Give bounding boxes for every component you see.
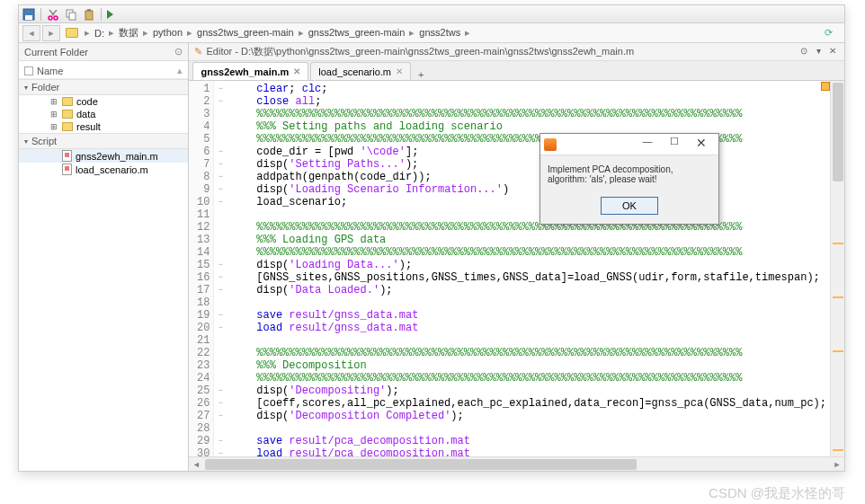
svg-rect-6 [85, 11, 93, 20]
dialog-max-button[interactable]: ☐ [661, 136, 688, 154]
editor-tabs: gnss2ewh_main.m✕load_scenario.m✕ + [189, 61, 844, 81]
svg-rect-5 [69, 13, 76, 20]
new-tab-button[interactable]: + [413, 69, 429, 80]
refresh-icon[interactable]: ⟳ [825, 27, 841, 39]
folder-item[interactable]: ⊞data [19, 108, 188, 120]
code-editor[interactable]: 1234567891011121314151617181920212223242… [189, 81, 844, 456]
crumb[interactable]: gnss2tws_green-main [195, 27, 296, 38]
cut-icon[interactable] [47, 8, 59, 21]
script-item[interactable]: gnss2ewh_main.m [19, 149, 188, 163]
folder-icon [62, 110, 73, 119]
line-gutter: 1234567891011121314151617181920212223242… [189, 81, 214, 456]
horizontal-scrollbar[interactable]: ◄► [189, 456, 844, 471]
dialog-close-button[interactable]: ✕ [688, 136, 715, 154]
current-folder-title: Current Folder ⊙ [19, 43, 188, 61]
svg-point-3 [54, 16, 58, 20]
folder-icon [62, 97, 73, 106]
editor-tab[interactable]: gnss2ewh_main.m✕ [192, 62, 308, 80]
crumb[interactable]: gnss2tws_green-main [307, 27, 407, 38]
save-icon[interactable] [22, 8, 35, 21]
crumb-drive[interactable]: D: [93, 28, 106, 39]
paste-icon[interactable] [83, 8, 95, 21]
panel-close-icon[interactable]: ✕ [826, 46, 839, 58]
panel-menu-icon[interactable]: ⊙ [174, 46, 183, 57]
editor-tab[interactable]: load_scenario.m✕ [310, 62, 411, 80]
svg-rect-1 [25, 15, 32, 20]
folder-item[interactable]: ⊞code [19, 95, 188, 108]
mfile-icon [62, 164, 72, 175]
svg-rect-7 [87, 9, 91, 12]
dialog-ok-button[interactable]: OK [601, 197, 658, 215]
app-window: ◄ ► ▸ D: ▸数据▸python▸gnss2tws_green-main▸… [18, 4, 845, 472]
folder-tree: Name▴ ▾Folder ⊞code⊞data⊞result ▾Script … [19, 61, 188, 471]
panel-gear-icon[interactable]: ⊙ [798, 46, 810, 58]
dialog-titlebar[interactable]: — ☐ ✕ [540, 134, 718, 155]
nav-fwd-button[interactable]: ► [42, 25, 60, 41]
vertical-scrollbar[interactable] [830, 81, 844, 456]
dialog-message: Implement PCA decomposition, algorithm: … [540, 155, 718, 193]
editor-titlebar: ✎ Editor - D:\数据\python\gnss2tws_green-m… [189, 43, 844, 61]
copy-icon[interactable] [65, 8, 77, 21]
tab-close-icon[interactable]: ✕ [293, 66, 300, 76]
tab-close-icon[interactable]: ✕ [396, 66, 403, 76]
editor-icon: ✎ [194, 46, 202, 57]
folder-item[interactable]: ⊞result [19, 120, 188, 133]
code-text[interactable]: clear; clc; close all; %%%%%%%%%%%%%%%%%… [227, 81, 830, 456]
run-icon[interactable] [107, 10, 113, 19]
fold-gutter[interactable]: −− −−−−− −−− −− −−− −− −− [214, 81, 227, 456]
crumb[interactable]: python [151, 27, 184, 38]
editor-panel: ✎ Editor - D:\数据\python\gnss2tws_green-m… [189, 43, 844, 471]
crumb[interactable]: 数据 [117, 27, 140, 38]
matlab-icon [544, 138, 557, 151]
name-column-header[interactable]: Name▴ [19, 63, 188, 79]
address-bar: ◄ ► ▸ D: ▸数据▸python▸gnss2tws_green-main▸… [19, 23, 844, 43]
current-folder-panel: Current Folder ⊙ Name▴ ▾Folder ⊞code⊞dat… [19, 43, 189, 471]
nav-back-button[interactable]: ◄ [22, 25, 40, 41]
watermark: CSDN @我是水怪的哥 [709, 485, 845, 502]
quick-access-toolbar [19, 5, 844, 23]
dialog-min-button[interactable]: — [634, 136, 661, 154]
folder-section[interactable]: ▾Folder [19, 79, 188, 95]
script-item[interactable]: load_scenario.m [19, 163, 188, 176]
mfile-icon [62, 150, 72, 162]
svg-point-2 [49, 16, 52, 20]
folder-icon [66, 28, 78, 38]
panel-max-icon[interactable]: ▾ [812, 46, 825, 58]
editor-path: Editor - D:\数据\python\gnss2tws_green-mai… [206, 45, 634, 58]
script-section[interactable]: ▾Script [19, 133, 188, 149]
crumb[interactable]: gnss2tws [417, 27, 462, 38]
code-analyzer-indicator[interactable] [821, 82, 830, 91]
scrollbar-thumb[interactable] [833, 83, 843, 181]
message-dialog: — ☐ ✕ Implement PCA decomposition, algor… [540, 133, 719, 225]
folder-icon [62, 122, 73, 131]
